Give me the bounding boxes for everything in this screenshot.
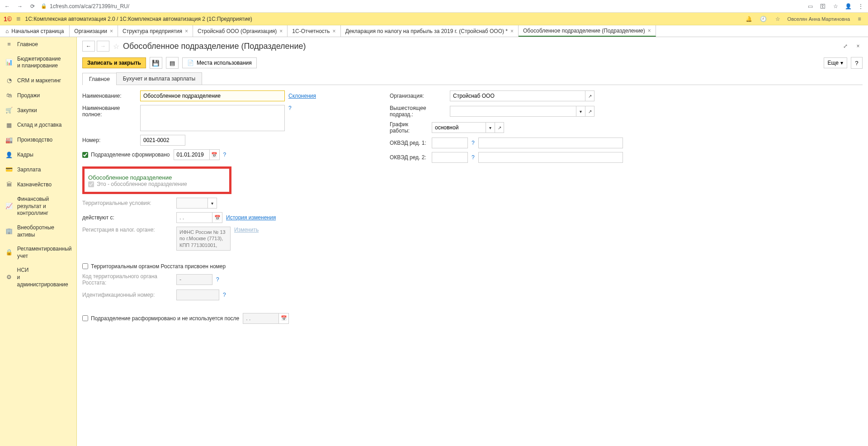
- help-idnum[interactable]: ?: [223, 292, 226, 298]
- help-rosstat-code[interactable]: ?: [216, 276, 219, 283]
- nav-main[interactable]: ≡Главное: [0, 37, 76, 52]
- close-icon[interactable]: ×: [333, 28, 336, 34]
- label-name: Наименование:: [82, 93, 137, 99]
- ext-icon-1[interactable]: ▭: [806, 2, 815, 11]
- nav-salary[interactable]: 💳Зарплата: [0, 162, 76, 177]
- schedule-input[interactable]: [432, 122, 486, 133]
- nav-back-button[interactable]: ←: [82, 41, 95, 52]
- browser-profile-icon[interactable]: 👤: [844, 2, 853, 11]
- url-bar[interactable]: 🔒 1cfresh.com/a/ca/271399/ru_RU/: [41, 3, 129, 9]
- history-icon[interactable]: 🕘: [759, 14, 769, 24]
- nav-treasury[interactable]: 🏛Казначейство: [0, 177, 76, 192]
- effective-date-input[interactable]: [176, 212, 212, 223]
- declension-link[interactable]: Склонения: [288, 93, 316, 99]
- help-okved2[interactable]: ?: [472, 154, 475, 161]
- tab-orgs[interactable]: Организации×: [70, 25, 118, 37]
- nav-nsi[interactable]: ⚙НСИ и администрирование: [0, 263, 76, 292]
- history-link[interactable]: История изменения: [226, 214, 276, 221]
- more-button[interactable]: Еще▾: [824, 57, 847, 68]
- nav-production[interactable]: 🏭Производство: [0, 133, 76, 148]
- tab-subdivision[interactable]: Обособленное подразделение (Подразделени…: [519, 25, 656, 37]
- user-menu-icon[interactable]: ≡: [854, 14, 864, 24]
- help-okved1[interactable]: ?: [472, 140, 475, 146]
- label-schedule: График работы:: [390, 121, 428, 134]
- save-close-button[interactable]: Записать и закрыть: [82, 57, 146, 68]
- subtab-main[interactable]: Главное: [82, 73, 117, 85]
- nav-regulated[interactable]: 🔒Регламентированный учет: [0, 242, 76, 263]
- ext-icon-key[interactable]: ⚿: [818, 2, 827, 11]
- help-formed[interactable]: ?: [223, 152, 226, 158]
- close-icon[interactable]: ×: [510, 28, 514, 34]
- subtab-accounting[interactable]: Бухучет и выплата зарплаты: [116, 72, 202, 85]
- detach-icon[interactable]: ⤢: [841, 42, 850, 51]
- parent-input[interactable]: [450, 106, 576, 117]
- rosstat-code-input: [176, 274, 212, 285]
- page-title-bar: ← → ☆ Обособленное подразделение (Подраз…: [77, 37, 868, 55]
- close-icon[interactable]: ×: [185, 28, 188, 34]
- label-rosstat-code: Код территориального органа Росстата:: [82, 273, 173, 286]
- change-link[interactable]: Изменить: [234, 227, 259, 233]
- formed-date-input[interactable]: [174, 149, 210, 160]
- list-icon: ≡: [5, 41, 13, 48]
- browser-star-icon[interactable]: ☆: [831, 2, 840, 11]
- tab-declaration[interactable]: Декларация по налогу на прибыль за 2019 …: [341, 25, 519, 37]
- name-input[interactable]: [140, 90, 285, 101]
- okved1-code-input[interactable]: [432, 138, 468, 148]
- user-name[interactable]: Овселян Анна Мартиновна: [788, 16, 850, 22]
- nav-forward-button[interactable]: →: [97, 41, 109, 52]
- tab-structure[interactable]: Структура предприятия×: [118, 25, 193, 37]
- open-icon[interactable]: ↗: [495, 122, 504, 133]
- rosstat-checkbox[interactable]: Территориальным органом Росстата присвое…: [82, 263, 372, 270]
- calendar-icon[interactable]: 📅: [210, 149, 220, 160]
- browser-forward[interactable]: →: [15, 2, 24, 11]
- nav-warehouse[interactable]: ▦Склад и доставка: [0, 118, 76, 133]
- fullname-textarea[interactable]: [140, 105, 285, 131]
- help-fullname[interactable]: ?: [288, 105, 292, 111]
- bank-icon: 🏛: [5, 181, 13, 189]
- label-taxreg: Регистрация в налог. органе:: [82, 227, 173, 233]
- nav-finresult[interactable]: 📈Финансовый результат и контроллинг: [0, 192, 76, 221]
- okved1-desc-input[interactable]: [478, 138, 623, 148]
- okved2-desc-input[interactable]: [478, 152, 623, 163]
- favorite-star-icon[interactable]: ☆: [113, 42, 119, 51]
- onec-main-menu[interactable]: ≡: [16, 15, 20, 23]
- close-page-icon[interactable]: ×: [854, 42, 863, 51]
- help-button[interactable]: ?: [851, 57, 863, 69]
- home-tab[interactable]: ⌂ Начальная страница: [0, 25, 70, 37]
- calendar-icon[interactable]: 📅: [212, 212, 222, 223]
- save-button[interactable]: 💾: [150, 57, 162, 69]
- number-input[interactable]: [140, 135, 185, 146]
- grid-icon: ▦: [5, 122, 13, 129]
- close-icon[interactable]: ×: [110, 28, 113, 34]
- chevron-down-icon[interactable]: ▾: [576, 106, 585, 117]
- browser-reload[interactable]: ⟳: [28, 2, 37, 11]
- formed-checkbox[interactable]: Подразделение сформировано: [82, 152, 170, 158]
- nav-assets[interactable]: 🏢Внеоборотные активы: [0, 221, 76, 242]
- label-territ: Территориальные условия:: [82, 200, 173, 206]
- section-title: Обособленное подразделение: [88, 174, 226, 181]
- nav-crm[interactable]: ◔CRM и маркетинг: [0, 73, 76, 88]
- okved2-code-input[interactable]: [432, 152, 468, 163]
- separate-checkbox: Это - обособленное подразделение: [88, 181, 226, 187]
- open-icon[interactable]: ↗: [585, 90, 594, 101]
- doc-button[interactable]: ▤: [166, 57, 179, 69]
- onec-logo: 1©: [4, 15, 12, 23]
- nav-budget[interactable]: 📊Бюджетирование и планирование: [0, 52, 76, 73]
- open-icon[interactable]: ↗: [585, 106, 594, 117]
- chevron-down-icon[interactable]: ▾: [486, 122, 495, 133]
- close-icon[interactable]: ×: [648, 28, 651, 34]
- star-icon[interactable]: ☆: [773, 14, 783, 24]
- usage-places-button[interactable]: 📄Места использования: [182, 57, 257, 68]
- bell-icon[interactable]: 🔔: [744, 14, 754, 24]
- nav-sales[interactable]: 🛍Продажи: [0, 88, 76, 103]
- building-icon: 🏢: [5, 228, 13, 235]
- browser-back[interactable]: ←: [3, 2, 12, 11]
- close-icon[interactable]: ×: [279, 28, 283, 34]
- tab-stroysnab[interactable]: Стройснаб ООО (Организация)×: [193, 25, 288, 37]
- nav-purchases[interactable]: 🛒Закупки: [0, 103, 76, 118]
- org-input[interactable]: [450, 90, 585, 101]
- tab-reporting[interactable]: 1С-Отчетность×: [288, 25, 340, 37]
- nav-hr[interactable]: 👤Кадры: [0, 148, 76, 163]
- browser-menu-icon[interactable]: ⋮: [856, 2, 865, 11]
- disbanded-checkbox[interactable]: Подразделение расформировано и не исполь…: [82, 315, 239, 322]
